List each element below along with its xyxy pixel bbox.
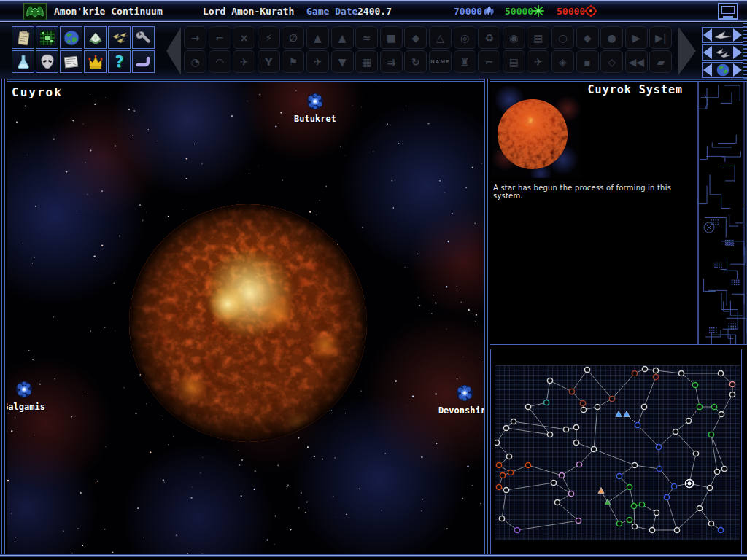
warp-point-devonshire[interactable]: Devonshire	[436, 384, 484, 416]
flask-icon	[15, 53, 32, 71]
disabled-order-button: ⚑	[282, 50, 304, 73]
designs-button[interactable]	[36, 26, 58, 49]
radioactives-icon	[584, 4, 597, 20]
organics-icon	[532, 4, 545, 20]
system-description: A star has begun the process of forming …	[493, 184, 694, 200]
left-edge-decoration	[0, 79, 7, 560]
system-name-label: Cuyrok	[12, 85, 63, 99]
news-button[interactable]	[60, 50, 82, 73]
disabled-order-button: Y	[258, 50, 280, 73]
intelligence-button[interactable]	[36, 50, 58, 73]
next-fleet-button[interactable]	[733, 46, 742, 59]
system-viewport[interactable]: Cuyrok Butukret Galgamis Dev	[7, 82, 484, 556]
alien-head-icon	[39, 53, 56, 71]
next-planet-button[interactable]	[733, 63, 742, 77]
planets-button[interactable]	[60, 26, 82, 49]
map-panel-border	[741, 349, 742, 556]
disabled-order-button: ●	[600, 26, 623, 49]
disabled-order-button: ✈	[527, 50, 549, 73]
game-date-label: Game Date	[306, 6, 357, 17]
toolbar-scroll-left-arrow[interactable]	[166, 27, 181, 75]
warp-point-galgamis[interactable]: Galgamis	[7, 380, 53, 412]
disabled-order-button: ▤	[503, 50, 525, 73]
help-button[interactable]: ?	[108, 50, 131, 73]
disabled-order-button: ⇉	[380, 50, 403, 73]
disabled-order-button: ♻	[478, 26, 500, 49]
construction-button[interactable]	[132, 26, 155, 49]
disabled-order-button: △	[429, 26, 452, 49]
minerals-value: 70000	[454, 6, 482, 17]
log-button[interactable]	[12, 26, 34, 49]
disabled-order-button: ≈	[355, 26, 378, 49]
empires-button[interactable]	[84, 50, 107, 73]
disabled-order-button: ▶	[625, 26, 648, 49]
galaxy-map[interactable]	[495, 365, 740, 540]
disabled-order-button: ◠	[209, 50, 231, 73]
minerals-icon	[482, 4, 495, 20]
disabled-order-button: ▰	[649, 50, 672, 73]
toolbar: ? →⌐×⚡∅▲▲≈■◆△◎♻◉▤○◆●▶▶|◔◠✈Y⚑✈▼▦⇉↻NAME♜⌐▤…	[0, 23, 747, 79]
ships-button[interactable]	[108, 26, 131, 49]
next-ship-button[interactable]	[733, 28, 742, 42]
radioactives-value: 50000	[557, 6, 585, 17]
galaxy-map-panel	[484, 344, 747, 556]
warp-point-butukret[interactable]: Butukret	[286, 92, 344, 124]
research-button[interactable]	[12, 50, 34, 73]
warp-point-icon	[455, 384, 474, 402]
clipboard-icon	[15, 29, 32, 47]
disabled-order-button: ↻	[404, 50, 427, 73]
name-button-disabled: NAME	[429, 50, 452, 73]
previous-fleet-button[interactable]	[703, 46, 712, 59]
disabled-order-button: ◎	[454, 26, 476, 49]
toolbar-scroll-right-arrow[interactable]	[678, 27, 696, 75]
ship-navigation	[702, 27, 743, 43]
options-button[interactable]	[132, 50, 155, 73]
circuit-board-icon	[39, 29, 56, 47]
circuit-decoration	[697, 82, 747, 344]
disabled-order-button: ■	[380, 26, 403, 49]
system-info-panel: Cuyrok System A star has begun the proce…	[490, 82, 697, 343]
disabled-order-button: ⌐	[209, 26, 231, 49]
previous-ship-button[interactable]	[703, 28, 712, 42]
disabled-order-button: ◔	[184, 50, 206, 73]
disabled-order-button: ▲	[306, 26, 329, 49]
forming-star[interactable]	[7, 82, 484, 556]
disabled-order-button: ✈	[306, 50, 329, 73]
newspaper-icon	[63, 53, 80, 71]
wrench-icon	[135, 29, 152, 47]
crown-icon	[87, 53, 104, 71]
planet-navigation	[702, 62, 743, 78]
resources-button[interactable]	[84, 26, 107, 49]
disabled-order-button: ∅	[282, 26, 304, 49]
disabled-order-button: ▶|	[649, 26, 672, 49]
globe-icon	[63, 29, 80, 47]
question-mark-icon: ?	[115, 53, 123, 71]
mineral-crystal-icon	[87, 29, 104, 47]
disabled-order-button: ⚡	[258, 26, 280, 49]
disabled-order-button: ◉	[503, 26, 525, 49]
disabled-order-button: ◀◀	[625, 50, 648, 73]
disabled-order-button: ▲	[331, 26, 354, 49]
warp-point-icon	[306, 92, 325, 111]
map-panel-border	[490, 349, 491, 556]
minimize-window-button[interactable]	[718, 3, 738, 20]
organics-value: 50000	[505, 6, 533, 17]
disabled-order-button: ▦	[355, 50, 378, 73]
ruler-name: Lord Amon-Kurath	[203, 6, 294, 17]
hook-icon	[135, 53, 152, 71]
disabled-order-button: ◈	[551, 50, 574, 73]
disabled-order-button: ○	[551, 26, 574, 49]
fleet-icon	[713, 47, 732, 58]
game-date-value: 2400.7	[357, 6, 392, 17]
disabled-order-button: ▼	[331, 50, 354, 73]
disabled-order-button: ♜	[454, 50, 476, 73]
empire-flag-icon	[23, 3, 47, 20]
disabled-order-button: ▪	[576, 50, 599, 73]
right-edge-decoration	[743, 23, 747, 79]
system-thumbnail[interactable]	[492, 86, 581, 178]
previous-planet-button[interactable]	[703, 63, 712, 77]
panel-divider	[484, 79, 490, 560]
ship-group-icon	[111, 29, 128, 47]
title-bar: Amon'krie Continuum Lord Amon-Kurath Gam…	[0, 0, 747, 22]
warp-point-icon	[15, 380, 34, 399]
